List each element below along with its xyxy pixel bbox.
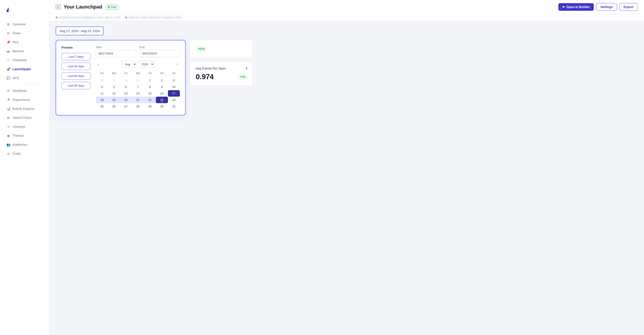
cal-day[interactable]: 5: [108, 84, 120, 90]
cal-day-17-selected[interactable]: 17: [168, 90, 180, 97]
cal-day[interactable]: 29: [144, 103, 156, 110]
info-icon[interactable]: ℹ: [246, 66, 247, 70]
avg-events-value: 0.974: [196, 73, 214, 81]
cal-day[interactable]: 22: [144, 97, 156, 103]
sidebar-label-goals: Goals: [12, 152, 21, 156]
sidebar-item-themes[interactable]: ◉ Themes: [2, 132, 47, 140]
cal-day[interactable]: 31: [168, 103, 180, 110]
stat-value-row: 0.974 +7%: [196, 73, 247, 81]
back-button[interactable]: [56, 4, 60, 10]
cal-day[interactable]: 31: [132, 77, 144, 84]
cal-week-2: 4 5 6 7 8 9 10: [96, 84, 180, 90]
open-builder-button[interactable]: ✏ Open in Builder: [558, 3, 594, 11]
cal-day[interactable]: 30: [156, 103, 168, 110]
cal-day[interactable]: 19: [108, 97, 120, 103]
cal-day[interactable]: 28: [132, 103, 144, 110]
preset-last-90[interactable]: Last 90 days: [62, 82, 90, 89]
sidebar-label-workflows: Workflows: [12, 89, 27, 92]
header-left: Your Launchpad Live: [56, 4, 119, 10]
date-range-input[interactable]: Aug 17, 2024 - Aug 23, 2024: [56, 26, 104, 36]
cal-day[interactable]: 3: [168, 77, 180, 84]
edited-text: edited by Joseph Worthing • August 20, 2…: [128, 16, 182, 19]
preset-last-60[interactable]: Last 60 days: [62, 72, 90, 80]
prev-month-button[interactable]: ‹: [96, 61, 101, 68]
sidebar-label-overview: Overview: [12, 22, 26, 26]
sidebar-item-goals[interactable]: ◎ Goals: [2, 149, 47, 158]
cal-day[interactable]: 24: [168, 97, 180, 103]
edit-icon: ✏: [562, 5, 565, 9]
sidebar-item-nps[interactable]: 💬 NPS: [2, 74, 47, 82]
cal-week-1: 28 29 30 31 1 2 3: [96, 77, 180, 84]
sidebar-item-launchpads[interactable]: 🚀 Launchpads: [2, 65, 47, 73]
open-builder-label: Open in Builder: [566, 5, 590, 9]
next-month-button[interactable]: ›: [175, 61, 180, 68]
cal-day[interactable]: 1: [144, 77, 156, 84]
sidebar-item-workflows[interactable]: ⟳ Workflows: [2, 86, 47, 95]
page-title: Your Launchpad: [64, 4, 102, 10]
day-fr: FR: [156, 71, 168, 76]
sidebar-divider: [3, 84, 46, 84]
sidebar-item-pins[interactable]: 📌 Pins: [2, 38, 47, 46]
preset-last-30[interactable]: Last 30 days: [62, 62, 90, 70]
sidebar-label-saved-charts: Saved Charts: [12, 116, 32, 120]
cal-day[interactable]: 11: [96, 90, 108, 97]
cal-day[interactable]: 12: [108, 90, 120, 97]
avg-events-badge: +7%: [238, 74, 247, 80]
cal-day[interactable]: 30: [120, 77, 132, 84]
sidebar-item-checklists[interactable]: ✓ Checklists: [2, 56, 47, 64]
cal-day[interactable]: 9: [156, 84, 168, 90]
start-date-input[interactable]: [96, 50, 136, 57]
cal-day[interactable]: 4: [96, 84, 108, 90]
cal-day[interactable]: 21: [132, 97, 144, 103]
sidebar-label-checklists: Checklists: [12, 58, 27, 62]
page-header: Your Launchpad Live ✏ Open in Builder Se…: [49, 0, 644, 14]
year-select[interactable]: 2024: [138, 61, 154, 68]
cal-day[interactable]: 6: [120, 84, 132, 90]
settings-button[interactable]: Settings: [596, 3, 617, 11]
chart-icon: 📊: [6, 107, 10, 111]
cal-day-23-selected[interactable]: 23: [156, 97, 168, 103]
calendar-grid: SU MO TU WE TH FR SA 28 29 30: [96, 71, 180, 110]
cal-day[interactable]: 18: [96, 97, 108, 103]
cal-day[interactable]: 7: [132, 84, 144, 90]
sidebar-item-events-explorer[interactable]: 📊 Events Explorer: [2, 104, 47, 113]
cal-day[interactable]: 14: [132, 90, 144, 97]
preset-last-7[interactable]: Last 7 days: [62, 53, 90, 60]
cal-day[interactable]: 28: [96, 77, 108, 84]
day-th: TH: [144, 71, 156, 76]
sidebar-label-themes: Themes: [12, 134, 24, 138]
end-date-input[interactable]: [140, 50, 180, 57]
sidebar-item-journeys[interactable]: ↪ Journeys: [2, 122, 47, 131]
edited-info: edited by Joseph Worthing • August 20, 2…: [125, 16, 182, 19]
workflow-icon: ⟳: [6, 89, 10, 93]
export-button[interactable]: Export: [619, 3, 638, 11]
cal-day[interactable]: 27: [120, 103, 132, 110]
start-label: Start: [96, 46, 136, 49]
cal-day[interactable]: 2: [156, 77, 168, 84]
cal-day[interactable]: 8: [144, 84, 156, 90]
created-text: created by anna.nova@approov.com • July …: [58, 16, 121, 19]
header-actions: ✏ Open in Builder Settings Export: [558, 3, 638, 11]
cal-day[interactable]: 10: [168, 84, 180, 90]
cal-day[interactable]: 13: [120, 90, 132, 97]
sidebar-item-flows[interactable]: ⊟ Flows: [2, 29, 47, 38]
cal-day[interactable]: 15: [144, 90, 156, 97]
stat-card-avg-events: Avg Events Per Open ℹ 0.974 +7%: [190, 62, 253, 86]
sidebar-item-overview[interactable]: ⊞ Overview: [2, 20, 47, 28]
month-select[interactable]: Aug: [122, 61, 136, 68]
sidebar-item-experiments[interactable]: ⚗ Experiments: [2, 96, 47, 104]
sidebar-item-saved-charts[interactable]: ⊞ Saved Charts: [2, 114, 47, 122]
cal-day[interactable]: 29: [108, 77, 120, 84]
date-inputs: Start End: [96, 46, 180, 57]
flows-icon: ⊟: [6, 31, 10, 35]
cal-day[interactable]: 20: [120, 97, 132, 103]
cal-week-3: 11 12 13 14 15 16 17: [96, 90, 180, 97]
cal-day[interactable]: 25: [96, 103, 108, 110]
sidebar-item-banners[interactable]: ▬ Banners: [2, 47, 47, 56]
main-content: Your Launchpad Live ✏ Open in Builder Se…: [49, 0, 644, 335]
cal-day[interactable]: 26: [108, 103, 120, 110]
day-headers: SU MO TU WE TH FR SA: [96, 71, 180, 76]
cal-day[interactable]: 16: [156, 90, 168, 97]
sidebar-item-audiences[interactable]: 👥 Audiences: [2, 140, 47, 149]
day-tu: TU: [120, 71, 132, 76]
